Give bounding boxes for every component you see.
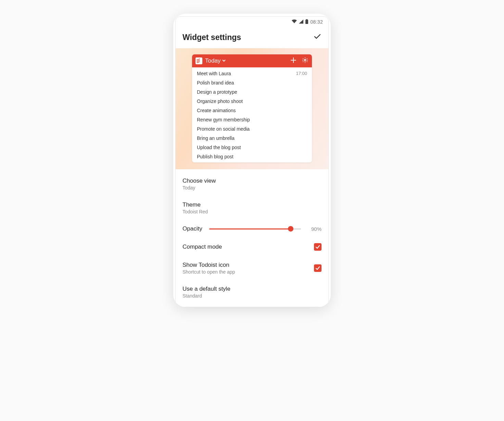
compact-mode-checkbox[interactable] [314,243,322,251]
task-item[interactable]: Design a prototype [192,87,312,96]
wifi-icon [292,19,297,25]
svg-rect-0 [306,19,307,20]
cellular-icon [299,19,303,25]
settings-section: Choose view Today Theme Todoist Red Opac… [176,169,328,307]
task-item[interactable]: Upload the blog post [192,143,312,152]
show-icon-setting[interactable]: Show Todoist icon Shortcut to open the a… [176,256,328,280]
compact-mode-label: Compact mode [182,244,308,250]
theme-setting[interactable]: Theme Todoist Red [176,196,328,220]
widget-header: Today [192,54,312,67]
compact-mode-setting[interactable]: Compact mode [176,238,328,256]
widget-preview-card: Today [192,54,312,162]
task-item[interactable]: Publish blog post [192,152,312,161]
chevron-down-icon [222,57,226,64]
opacity-slider[interactable] [209,228,301,229]
svg-point-4 [304,60,306,61]
widget-preview-area: Today [176,48,328,169]
task-item[interactable]: Bring an umbrella [192,133,312,143]
confirm-button[interactable] [313,32,322,42]
choose-view-value: Today [182,185,322,190]
todoist-logo-icon [196,57,202,64]
svg-rect-1 [305,19,308,24]
page-title: Widget settings [182,33,241,42]
add-task-button[interactable] [290,57,297,65]
widget-settings-button[interactable] [302,57,308,65]
theme-label: Theme [182,201,322,208]
default-style-value: Standard [182,293,322,299]
task-item[interactable]: Create animations [192,106,312,115]
theme-value: Todoist Red [182,209,322,214]
task-item[interactable]: Promote on social media [192,124,312,133]
show-icon-label: Show Todoist icon [182,262,308,268]
opacity-label: Opacity [182,225,202,232]
show-icon-checkbox[interactable] [314,264,322,272]
show-icon-subtitle: Shortcut to open the app [182,269,308,275]
task-item[interactable]: Polish brand idea [192,78,312,87]
task-list: Meet with Laura17:00 Polish brand idea D… [192,67,312,162]
task-item[interactable]: Meet with Laura17:00 [192,69,312,78]
status-bar: 08:32 [176,17,328,27]
phone-frame: 08:32 Widget settings Today [173,14,331,307]
header-bar: Widget settings [176,27,328,48]
default-style-setting[interactable]: Use a default style Standard [176,280,328,304]
choose-view-setting[interactable]: Choose view Today [176,172,328,196]
task-item[interactable]: Organize photo shoot [192,96,312,106]
battery-icon [305,19,308,25]
widget-view-label: Today [205,57,220,64]
widget-view-selector[interactable]: Today [205,57,287,64]
task-item[interactable]: Renew gym membership [192,115,312,124]
opacity-setting: Opacity 90% [176,220,328,238]
status-time: 08:32 [310,19,323,25]
opacity-value: 90% [308,226,322,232]
default-style-label: Use a default style [182,286,322,292]
choose-view-label: Choose view [182,177,322,184]
